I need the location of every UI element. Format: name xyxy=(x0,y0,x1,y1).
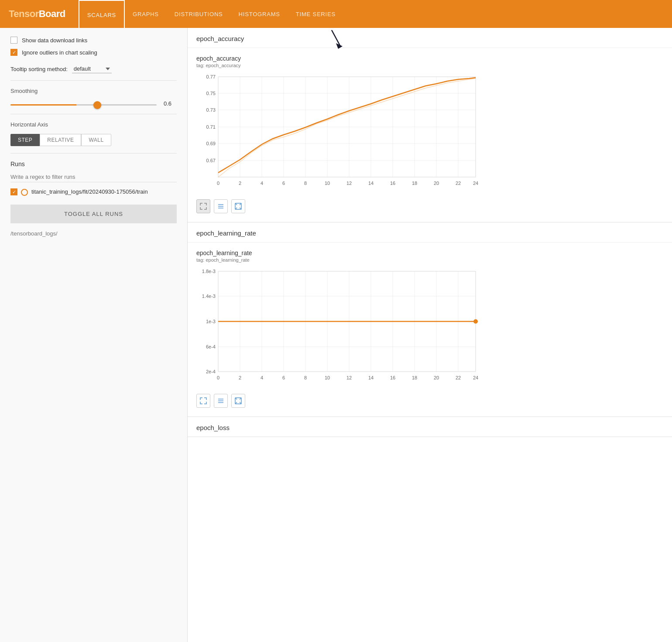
axis-btn-relative[interactable]: RELATIVE xyxy=(40,134,81,146)
svg-text:18: 18 xyxy=(412,375,417,380)
divider-2 xyxy=(10,114,177,114)
logs-path: /tensorboard_logs/ xyxy=(10,230,177,237)
epoch-lr-chart-icons xyxy=(196,394,663,411)
svg-text:22: 22 xyxy=(456,375,461,380)
axis-buttons: STEP RELATIVE WALL xyxy=(10,134,177,146)
layout: Show data download links Ignore outliers… xyxy=(0,28,672,642)
nav-item-time-series[interactable]: TIME SERIES xyxy=(288,0,343,28)
divider-3 xyxy=(10,153,177,154)
smoothing-slider[interactable] xyxy=(10,104,157,106)
svg-text:2: 2 xyxy=(239,375,241,380)
svg-text:10: 10 xyxy=(325,375,330,380)
svg-text:2: 2 xyxy=(239,181,241,186)
epoch-lr-chart-container: epoch_learning_rate tag: epoch_learning_… xyxy=(188,242,672,417)
axis-btn-wall[interactable]: WALL xyxy=(81,134,111,146)
svg-text:12: 12 xyxy=(346,181,352,186)
run-name: titanic_training_logs/fit/20240930-17505… xyxy=(31,188,148,195)
nav-item-graphs[interactable]: GRAPHS xyxy=(125,0,167,28)
epoch-lr-section-header: epoch_learning_rate xyxy=(188,222,672,242)
svg-text:24: 24 xyxy=(473,181,478,186)
divider-1 xyxy=(10,80,177,81)
main-content: epoch_accuracy epoch_accuracy tag: epoch… xyxy=(188,28,672,642)
svg-text:0.67: 0.67 xyxy=(206,158,216,163)
run-color-dot xyxy=(21,189,28,196)
epoch-accuracy-chart-title: epoch_accuracy xyxy=(196,55,663,62)
nav-item-scalars[interactable]: SCALARS xyxy=(79,0,125,28)
sidebar: Show data download links Ignore outliers… xyxy=(0,28,188,642)
epoch-accuracy-svg: 0.77 0.75 0.73 0.71 0.69 0.67 0 2 4 6 8 … xyxy=(196,72,484,195)
nav-item-histograms[interactable]: HISTOGRAMS xyxy=(231,0,288,28)
smoothing-label: Smoothing xyxy=(10,88,177,94)
svg-text:22: 22 xyxy=(456,181,461,186)
smoothing-slider-row: 0.6 xyxy=(10,100,177,107)
svg-text:1.8e-3: 1.8e-3 xyxy=(202,269,216,274)
ignore-outliers-row: Ignore outliers in chart scaling xyxy=(10,49,177,56)
toggle-all-runs-button[interactable]: TOGGLE ALL RUNS xyxy=(10,205,177,223)
svg-text:20: 20 xyxy=(434,181,439,186)
svg-text:8: 8 xyxy=(304,181,307,186)
tooltip-sort-select[interactable]: default ascending descending nearest xyxy=(72,65,112,73)
epoch-accuracy-section-header: epoch_accuracy xyxy=(188,28,672,48)
epoch-lr-chart-subtitle: tag: epoch_learning_rate xyxy=(196,257,663,263)
svg-text:12: 12 xyxy=(346,375,352,380)
svg-text:0.71: 0.71 xyxy=(206,124,216,130)
epoch-accuracy-chart-subtitle: tag: epoch_accuracy xyxy=(196,63,663,68)
svg-text:14: 14 xyxy=(368,375,374,380)
header: TensorBoard SCALARS GRAPHS DISTRIBUTIONS… xyxy=(0,0,672,28)
svg-text:0.77: 0.77 xyxy=(206,74,216,79)
svg-text:6: 6 xyxy=(282,375,285,380)
lines-button[interactable] xyxy=(214,199,228,213)
svg-text:6e-4: 6e-4 xyxy=(206,344,216,349)
svg-text:6: 6 xyxy=(282,181,285,186)
svg-point-84 xyxy=(473,319,478,324)
svg-text:10: 10 xyxy=(325,181,330,186)
epoch-lr-svg: 1.8e-3 1.4e-3 1e-3 6e-4 2e-4 0 2 4 6 8 1… xyxy=(196,267,484,389)
zoom-lr-button[interactable] xyxy=(231,394,245,408)
svg-text:8: 8 xyxy=(304,375,307,380)
epoch-accuracy-section: epoch_accuracy epoch_accuracy tag: epoch… xyxy=(188,28,672,222)
nav: SCALARS GRAPHS DISTRIBUTIONS HISTOGRAMS … xyxy=(79,0,343,28)
svg-text:24: 24 xyxy=(473,375,478,380)
svg-text:1e-3: 1e-3 xyxy=(206,319,216,324)
svg-text:4: 4 xyxy=(261,375,263,380)
expand-lr-button[interactable] xyxy=(196,394,210,408)
svg-text:16: 16 xyxy=(390,181,395,186)
svg-text:0.69: 0.69 xyxy=(206,141,216,146)
svg-text:18: 18 xyxy=(412,181,417,186)
svg-text:0: 0 xyxy=(217,181,219,186)
svg-text:16: 16 xyxy=(390,375,395,380)
epoch-learning-rate-section: epoch_learning_rate epoch_learning_rate … xyxy=(188,222,672,417)
svg-text:2e-4: 2e-4 xyxy=(206,369,216,374)
expand-button[interactable] xyxy=(196,199,210,213)
nav-item-distributions[interactable]: DISTRIBUTIONS xyxy=(167,0,231,28)
svg-text:4: 4 xyxy=(261,181,263,186)
svg-text:14: 14 xyxy=(368,181,374,186)
ignore-outliers-checkbox[interactable] xyxy=(10,49,17,56)
ignore-outliers-label: Ignore outliers in chart scaling xyxy=(22,49,97,56)
zoom-button[interactable] xyxy=(231,199,245,213)
show-download-label: Show data download links xyxy=(22,37,87,44)
epoch-loss-section: epoch_loss xyxy=(188,417,672,437)
axis-btn-step[interactable]: STEP xyxy=(10,134,40,146)
smoothing-slider-container xyxy=(10,100,157,107)
svg-text:1.4e-3: 1.4e-3 xyxy=(202,294,216,299)
tooltip-sort-label: Tooltip sorting method: xyxy=(10,66,68,72)
run-checkbox[interactable] xyxy=(10,188,17,195)
smoothing-value: 0.6 xyxy=(164,100,177,107)
runs-label: Runs xyxy=(10,160,177,167)
show-download-checkbox[interactable] xyxy=(10,37,17,44)
svg-text:0: 0 xyxy=(217,375,219,380)
runs-section: Runs titanic_training_logs/fit/20240930-… xyxy=(10,160,177,237)
tooltip-sort-row: Tooltip sorting method: default ascendin… xyxy=(10,65,177,73)
show-download-row: Show data download links xyxy=(10,37,177,44)
epoch-accuracy-chart-icons xyxy=(196,199,663,217)
run-item: titanic_training_logs/fit/20240930-17505… xyxy=(10,188,177,196)
epoch-loss-section-header: epoch_loss xyxy=(188,417,672,437)
epoch-accuracy-chart-container: epoch_accuracy tag: epoch_accuracy xyxy=(188,48,672,222)
runs-filter-input[interactable] xyxy=(10,172,177,182)
epoch-lr-chart-title: epoch_learning_rate xyxy=(196,249,663,256)
checkboxes-section: Show data download links Ignore outliers… xyxy=(10,37,177,56)
logo: TensorBoard xyxy=(9,8,65,20)
svg-text:0.73: 0.73 xyxy=(206,107,216,113)
lines-lr-button[interactable] xyxy=(214,394,228,408)
